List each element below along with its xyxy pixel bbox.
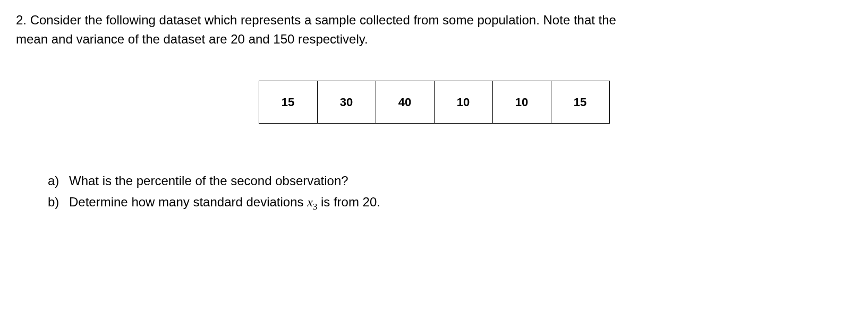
math-variable: x3 (307, 195, 317, 209)
question-text-line2: mean and variance of the dataset are 20 … (16, 32, 368, 46)
sub-text-b: Determine how many standard deviations x… (69, 193, 380, 213)
question-text-line1: Consider the following dataset which rep… (30, 13, 616, 27)
dataset-table: 15 30 40 10 10 15 (259, 81, 610, 124)
sub-question-a: a) What is the percentile of the second … (48, 171, 852, 190)
sub-label-a: a) (48, 171, 69, 190)
data-cell: 30 (317, 81, 376, 124)
question-number: 2. (16, 13, 27, 27)
question-prompt: 2. Consider the following dataset which … (16, 11, 852, 49)
data-cell: 15 (551, 81, 609, 124)
data-cell: 10 (492, 81, 551, 124)
sub-questions-list: a) What is the percentile of the second … (16, 171, 852, 213)
data-cell: 15 (259, 81, 317, 124)
data-cell: 40 (376, 81, 434, 124)
sub-text-a: What is the percentile of the second obs… (69, 171, 348, 190)
sub-b-after: is from 20. (317, 195, 380, 209)
var-x: x (307, 195, 313, 209)
data-cell: 10 (434, 81, 492, 124)
sub-b-before: Determine how many standard deviations (69, 195, 307, 209)
table-row: 15 30 40 10 10 15 (259, 81, 609, 124)
sub-question-b: b) Determine how many standard deviation… (48, 193, 852, 213)
sub-label-b: b) (48, 193, 69, 213)
